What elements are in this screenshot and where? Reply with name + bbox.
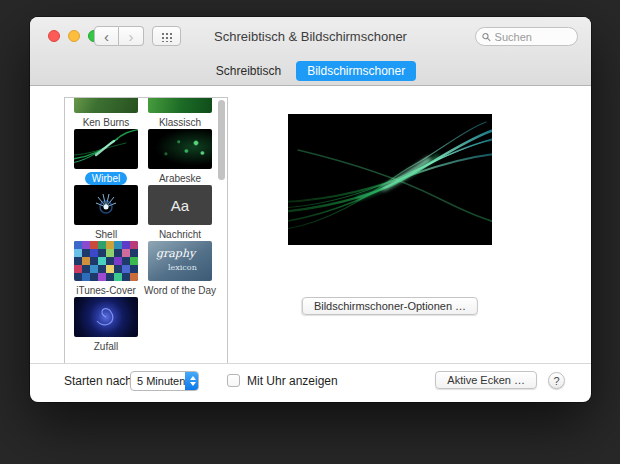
saver-label: Zufall	[87, 340, 125, 353]
navigation-buttons: ‹ ›	[94, 26, 144, 46]
saver-thumb-wirbel	[74, 129, 138, 169]
forward-chevron-icon: ›	[129, 28, 134, 45]
screensaver-preview	[288, 114, 492, 245]
saver-item-itunes-cover[interactable]: iTunes-Cover	[69, 241, 143, 297]
start-after-label: Starten nach:	[64, 374, 135, 388]
help-button[interactable]: ?	[548, 372, 565, 389]
saver-item-arabeske[interactable]: Arabeske	[143, 129, 217, 185]
nachricht-sample-text: Aa	[171, 197, 189, 214]
show-clock-label: Mit Uhr anzeigen	[247, 374, 338, 388]
stepper-up-icon	[190, 376, 196, 380]
forward-button[interactable]: ›	[119, 26, 144, 46]
search-input[interactable]	[495, 31, 573, 43]
saver-item-word-of-the-day[interactable]: graphy lexicon Word of the Day	[143, 241, 217, 297]
saver-item-klassisch[interactable]: Klassisch	[143, 97, 217, 129]
saver-label: Ken Burns	[76, 116, 137, 129]
saver-thumb-itunes-cover	[74, 241, 138, 281]
saver-item-wirbel[interactable]: Wirbel	[69, 129, 143, 185]
show-all-button[interactable]	[152, 26, 181, 46]
saver-item-ken-burns[interactable]: Ken Burns	[69, 97, 143, 129]
search-field[interactable]	[475, 27, 578, 46]
wotd-sample-word-1: graphy	[156, 247, 195, 260]
saver-thumb-word-of-the-day: graphy lexicon	[148, 241, 212, 281]
saver-label: Word of the Day	[137, 284, 223, 297]
back-button[interactable]: ‹	[94, 26, 119, 46]
tab-schreibtisch[interactable]: Schreibtisch	[205, 61, 292, 81]
saver-thumb-zufall	[74, 297, 138, 337]
window-toolbar: ‹ › Schreibtisch & Bildschirmschoner Sch…	[30, 17, 591, 86]
saver-label: iTunes-Cover	[69, 284, 143, 297]
screensaver-list: Ken Burns Klassisch	[64, 97, 228, 364]
desktop-background: ‹ › Schreibtisch & Bildschirmschoner Sch…	[0, 0, 620, 464]
footer-divider	[30, 363, 591, 364]
screensaver-options-button[interactable]: Bildschirmschoner-Optionen …	[302, 297, 478, 315]
saver-label-selected: Wirbel	[85, 172, 127, 185]
window-title: Schreibtisch & Bildschirmschoner	[190, 29, 431, 44]
minimize-button[interactable]	[68, 30, 80, 42]
saver-thumb-klassisch	[148, 97, 212, 113]
system-preferences-window: ‹ › Schreibtisch & Bildschirmschoner Sch…	[30, 17, 591, 402]
hot-corners-button[interactable]: Aktive Ecken …	[435, 371, 537, 389]
saver-item-zufall[interactable]: Zufall	[69, 297, 143, 353]
saver-thumb-ken-burns	[74, 97, 138, 113]
saver-label: Klassisch	[152, 116, 208, 129]
show-clock-checkbox[interactable]	[227, 374, 240, 387]
saver-item-nachricht[interactable]: Aa Nachricht	[143, 185, 217, 241]
screensaver-grid: Ken Burns Klassisch	[69, 97, 217, 353]
footer-bar: Starten nach: 5 Minuten Mit Uhr anzeigen…	[30, 369, 591, 397]
saver-item-shell[interactable]: Shell	[69, 185, 143, 241]
saver-thumb-nachricht: Aa	[148, 185, 212, 225]
back-chevron-icon: ‹	[104, 28, 109, 45]
stepper-down-icon	[190, 382, 196, 386]
close-button[interactable]	[48, 30, 60, 42]
grid-icon	[160, 31, 174, 42]
saver-thumb-arabeske	[148, 129, 212, 169]
tab-bildschirmschoner[interactable]: Bildschirmschoner	[296, 61, 416, 81]
saver-label: Nachricht	[152, 228, 208, 241]
list-scrollbar[interactable]	[218, 100, 225, 180]
start-after-value: 5 Minuten	[131, 375, 185, 387]
saver-thumb-shell	[74, 185, 138, 225]
duration-stepper[interactable]	[185, 372, 199, 390]
saver-label: Shell	[88, 228, 124, 241]
start-after-select[interactable]: 5 Minuten	[130, 371, 199, 391]
saver-label: Arabeske	[152, 172, 208, 185]
wotd-sample-word-2: lexicon	[168, 263, 197, 272]
tab-bar: Schreibtisch Bildschirmschoner	[30, 56, 591, 85]
search-icon	[482, 32, 491, 42]
